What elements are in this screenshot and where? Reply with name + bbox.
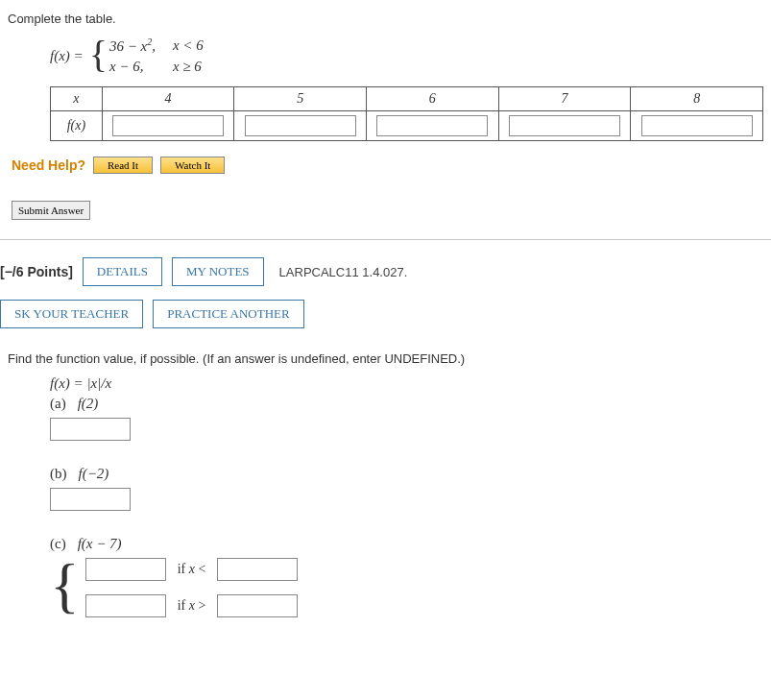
- col-header: 5: [234, 87, 367, 111]
- q2-actions: SK YOUR TEACHER PRACTICE ANOTHER: [0, 300, 771, 328]
- my-notes-button[interactable]: MY NOTES: [172, 257, 264, 286]
- q1-prompt: Complete the table.: [8, 12, 763, 26]
- q1-function-def: f(x) = { 36 − x2, x < 6 x − 6, x ≥ 6: [50, 36, 763, 77]
- read-it-button[interactable]: Read It: [93, 157, 153, 174]
- part-a: (a)f(2): [50, 396, 763, 441]
- part-c-cond-1: if x <: [178, 562, 206, 577]
- practice-another-button[interactable]: PRACTICE ANOTHER: [153, 300, 303, 328]
- part-c-expr-2-input[interactable]: [85, 594, 166, 617]
- piece-expr-0: 36 − x2,: [109, 36, 173, 57]
- fx-input-4[interactable]: [112, 115, 224, 136]
- row-label-x: x: [51, 87, 103, 111]
- part-c: (c)f(x − 7): [50, 536, 763, 552]
- part-b-label: (b): [50, 466, 67, 481]
- q2-header: [−/6 Points] DETAILS MY NOTES LARPCALC11…: [0, 257, 771, 286]
- fx-input-8[interactable]: [641, 115, 753, 136]
- fx-input-7[interactable]: [509, 115, 620, 136]
- fx-input-5[interactable]: [245, 115, 356, 136]
- part-c-cond-1-input[interactable]: [217, 558, 298, 581]
- watch-it-button[interactable]: Watch It: [160, 157, 225, 174]
- need-help-label: Need Help?: [12, 157, 85, 173]
- row-label-fx: f(x): [51, 111, 103, 141]
- q2-function-def: f(x) = |x|/x: [50, 375, 763, 392]
- ask-teacher-button[interactable]: SK YOUR TEACHER: [0, 300, 143, 328]
- part-c-label: (c): [50, 536, 66, 551]
- part-c-fn: f(x − 7): [78, 536, 122, 551]
- col-header: 7: [498, 87, 631, 111]
- part-a-input[interactable]: [50, 418, 131, 441]
- brace-icon: {: [89, 43, 108, 66]
- piece-cond-1: x ≥ 6: [173, 57, 221, 77]
- part-b-fn: f(−2): [79, 466, 109, 481]
- part-a-label: (a): [50, 396, 66, 411]
- part-c-cond-2: if x >: [178, 598, 206, 614]
- col-header: 6: [367, 87, 499, 111]
- piece-cond-0: x < 6: [173, 36, 221, 57]
- part-c-expr-1-input[interactable]: [85, 558, 166, 581]
- part-b-input[interactable]: [50, 488, 131, 511]
- q2-prompt: Find the function value, if possible. (I…: [8, 351, 763, 366]
- col-header: 4: [102, 87, 234, 111]
- q1-lhs: f(x) =: [50, 48, 84, 64]
- fx-input-6[interactable]: [376, 115, 488, 136]
- part-c-cond-2-input[interactable]: [217, 594, 298, 617]
- part-a-fn: f(2): [78, 396, 99, 411]
- need-help-row: Need Help? Read It Watch It: [12, 157, 763, 174]
- question-1: Complete the table. f(x) = { 36 − x2, x …: [0, 12, 771, 240]
- details-button[interactable]: DETAILS: [83, 257, 162, 286]
- piece-expr-1: x − 6,: [109, 57, 173, 77]
- col-header: 8: [631, 87, 763, 111]
- q1-table: x 4 5 6 7 8 f(x): [50, 86, 763, 141]
- points-label: [−/6 Points]: [0, 264, 73, 279]
- q1-pieces: 36 − x2, x < 6 x − 6, x ≥ 6: [109, 36, 221, 77]
- part-b: (b)f(−2): [50, 466, 763, 511]
- question-2: Find the function value, if possible. (I…: [0, 351, 771, 617]
- reference-code: LARPCALC11 1.4.027.: [279, 265, 408, 279]
- submit-answer-button[interactable]: Submit Answer: [12, 201, 90, 220]
- part-c-piecewise: { if x < if x >: [50, 558, 763, 617]
- brace-icon: {: [50, 565, 80, 608]
